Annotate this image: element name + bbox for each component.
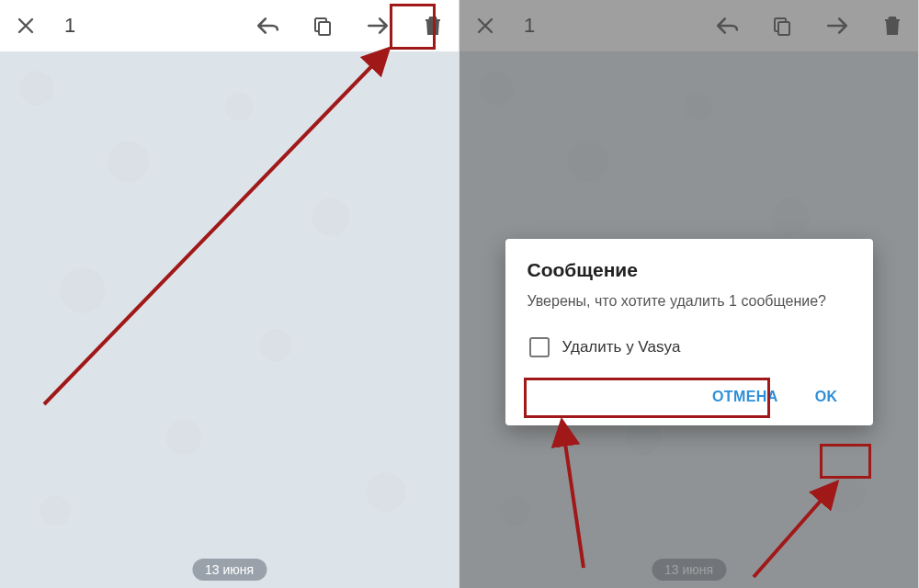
screenshot-step-2: 1 13 июня Сообщение Уверены, что хотите …	[460, 0, 919, 588]
checkbox-icon[interactable]	[529, 337, 550, 357]
cancel-button[interactable]: ОТМЕНА	[699, 381, 791, 413]
checkbox-label: Удалить у Vasya	[562, 338, 681, 356]
dialog-title: Сообщение	[528, 259, 851, 281]
dialog-body: Уверены, что хотите удалить 1 сообщение?	[528, 292, 851, 311]
dialog-actions: ОТМЕНА OK	[528, 381, 851, 413]
chat-background	[0, 51, 459, 588]
selected-count: 1	[64, 14, 75, 38]
reply-icon[interactable]	[255, 13, 280, 39]
date-chip: 13 июня	[192, 559, 267, 581]
svg-rect-1	[319, 22, 330, 35]
delete-confirm-dialog: Сообщение Уверены, что хотите удалить 1 …	[505, 239, 873, 425]
selection-toolbar: 1	[0, 0, 459, 51]
close-icon[interactable]	[13, 13, 39, 39]
trash-icon[interactable]	[420, 13, 446, 39]
ok-button[interactable]: OK	[802, 381, 851, 413]
screenshot-step-1: 1 13 июня	[0, 0, 460, 588]
copy-icon[interactable]	[310, 13, 335, 39]
forward-icon[interactable]	[365, 13, 391, 39]
delete-for-other-row[interactable]: Удалить у Vasya	[528, 334, 851, 361]
